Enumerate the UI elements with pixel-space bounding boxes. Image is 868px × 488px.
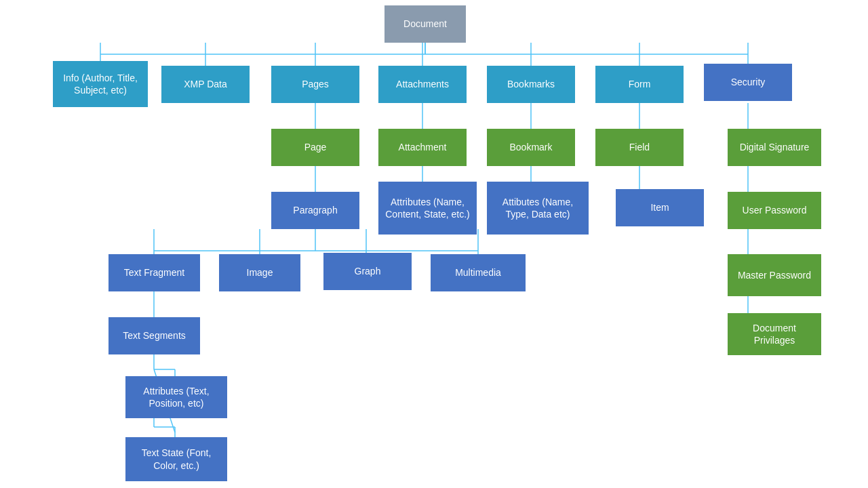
node-attachment: Attachment xyxy=(378,129,467,166)
node-document: Document xyxy=(384,5,466,43)
node-item: Item xyxy=(616,189,704,226)
node-field: Field xyxy=(595,129,684,166)
node-user-password: User Password xyxy=(728,192,821,229)
node-att-attrs: Attributes (Name, Content, State, etc.) xyxy=(378,182,477,235)
diagram: Document Info (Author, Title, Subject, e… xyxy=(0,0,868,488)
node-text-segments: Text Segments xyxy=(108,317,200,354)
node-bookmark: Bookmark xyxy=(487,129,575,166)
node-form: Form xyxy=(595,66,684,103)
node-ts-attrs: Attributes (Text, Position, etc) xyxy=(125,376,227,418)
node-master-password: Master Password xyxy=(728,254,821,296)
node-attachments: Attachments xyxy=(378,66,467,103)
node-page: Page xyxy=(271,129,359,166)
node-bm-attrs: Attibutes (Name, Type, Data etc) xyxy=(487,182,589,235)
node-text-state: Text State (Font, Color, etc.) xyxy=(125,437,227,481)
node-doc-privilages: Document Privilages xyxy=(728,313,821,355)
node-digital-signature: Digital Signature xyxy=(728,129,821,166)
node-security: Security xyxy=(704,64,792,101)
node-paragraph: Paragraph xyxy=(271,192,359,229)
node-text-fragment: Text Fragment xyxy=(108,254,200,291)
node-info: Info (Author, Title, Subject, etc) xyxy=(53,61,148,107)
node-pages: Pages xyxy=(271,66,359,103)
node-graph: Graph xyxy=(323,253,412,290)
node-xmp: XMP Data xyxy=(161,66,250,103)
node-bookmarks: Bookmarks xyxy=(487,66,575,103)
node-multimedia: Multimedia xyxy=(431,254,526,291)
node-image: Image xyxy=(219,254,300,291)
